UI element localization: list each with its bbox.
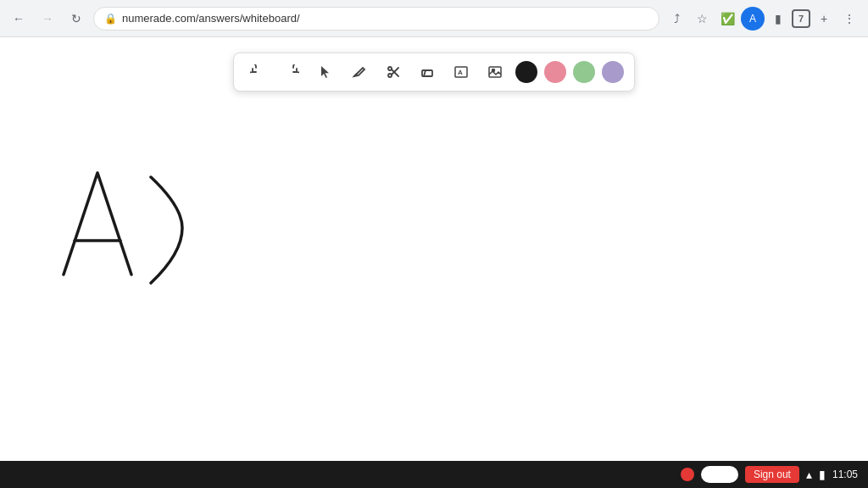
back-button[interactable]: ← (7, 7, 31, 30)
url-text: numerade.com/answers/whiteboard/ (122, 12, 648, 25)
browser-chrome: ← → ↻ 🔒 numerade.com/answers/whiteboard/… (0, 0, 868, 37)
tab-count-badge[interactable]: 7 (792, 9, 810, 28)
wifi-icon: ▴ (806, 468, 812, 481)
cast-button[interactable]: ▮ (766, 7, 790, 30)
profile-button[interactable]: A (741, 7, 765, 30)
taskbar: Sign out ▴ ▮ 11:05 (0, 461, 868, 488)
share-button[interactable]: ⤴ (665, 7, 688, 30)
color-purple[interactable] (602, 61, 624, 83)
scissors-tool-button[interactable] (380, 58, 407, 86)
forward-button[interactable]: → (36, 7, 59, 30)
svg-text:A: A (458, 69, 463, 76)
color-green[interactable] (573, 61, 595, 83)
eraser-tool-button[interactable] (414, 58, 441, 86)
reload-button[interactable]: ↻ (64, 7, 88, 30)
bookmark-button[interactable]: ☆ (690, 7, 714, 30)
whiteboard-drawing (0, 37, 868, 461)
clock: 11:05 (832, 469, 858, 480)
select-tool-button[interactable] (312, 58, 339, 86)
whiteboard-area[interactable]: A (0, 37, 868, 461)
color-pink[interactable] (544, 61, 566, 83)
image-tool-button[interactable] (481, 58, 509, 86)
battery-icon: ▮ (819, 468, 826, 481)
pencil-tool-button[interactable] (346, 58, 373, 86)
undo-button[interactable] (244, 58, 271, 86)
extensions-button[interactable]: ✅ (715, 7, 739, 30)
lock-icon: 🔒 (104, 13, 117, 25)
sign-out-button[interactable]: Sign out (745, 466, 799, 483)
browser-actions: ⤴ ☆ ✅ A ▮ 7 + ⋮ (665, 7, 861, 30)
taskbar-pill (701, 466, 738, 483)
svg-line-5 (424, 70, 426, 76)
menu-button[interactable]: ⋮ (837, 7, 861, 30)
text-tool-button[interactable]: A (448, 58, 475, 86)
address-bar[interactable]: 🔒 numerade.com/answers/whiteboard/ (93, 7, 659, 30)
new-tab-button[interactable]: + (812, 7, 836, 30)
whiteboard-toolbar: A (233, 53, 635, 92)
color-black[interactable] (515, 61, 537, 83)
redo-button[interactable] (278, 58, 305, 86)
record-indicator (681, 468, 694, 481)
